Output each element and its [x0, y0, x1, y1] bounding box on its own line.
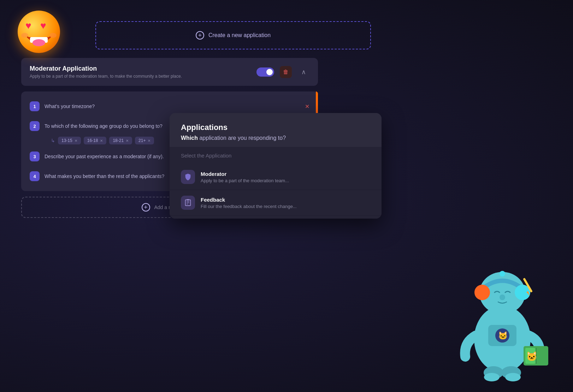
- feedback-option-content: Feedback Fill our the feedback about the…: [201, 197, 297, 209]
- mod-option-title: Moderator: [201, 171, 289, 177]
- modal-options: Moderator Apply to be a part of the mode…: [170, 164, 382, 219]
- svg-point-19: [500, 295, 505, 300]
- arrow-icon: ↳: [51, 138, 55, 143]
- mod-option-content: Moderator Apply to be a part of the mode…: [201, 171, 289, 183]
- tag-21plus: 21+ ✕: [135, 137, 154, 144]
- shield-icon: [181, 170, 195, 184]
- svg-rect-10: [187, 199, 189, 201]
- clipboard-icon: [181, 196, 195, 210]
- card-controls: 🗑 ∧: [256, 66, 309, 78]
- svg-point-18: [500, 271, 505, 277]
- svg-rect-22: [537, 348, 547, 364]
- modal-subtitle: Which application are you responding to?: [181, 135, 370, 141]
- svg-text:🐱: 🐱: [526, 351, 538, 362]
- mod-option-desc: Apply to be a part of the moderation tea…: [201, 178, 289, 183]
- toggle-switch[interactable]: [256, 67, 274, 77]
- q-number-4: 4: [30, 171, 40, 181]
- feedback-option-title: Feedback: [201, 197, 297, 203]
- q-close-1[interactable]: ✕: [305, 103, 309, 110]
- applications-modal: Applications Which application are you r…: [170, 113, 382, 219]
- modal-option-feedback[interactable]: Feedback Fill our the feedback about the…: [170, 190, 382, 216]
- mod-app-desc: Apply to be a part of the moderation tea…: [30, 74, 182, 79]
- moderator-app-card: Moderator Application Apply to be a part…: [21, 58, 318, 86]
- tag-close-13-15[interactable]: ✕: [75, 139, 77, 143]
- robot-mascot: 🐱 🐱: [442, 208, 562, 385]
- modal-header: Applications Which application are you r…: [170, 113, 382, 147]
- add-plus-icon: +: [142, 203, 150, 212]
- svg-point-5: [49, 33, 57, 38]
- svg-point-16: [474, 285, 490, 300]
- tag-13-15: 13-15 ✕: [58, 137, 81, 144]
- tag-16-18: 16-18 ✕: [84, 137, 107, 144]
- svg-point-4: [21, 33, 28, 38]
- emoji-mascot: ♥ ♥: [18, 11, 64, 57]
- svg-text:♥: ♥: [40, 20, 46, 31]
- delete-button[interactable]: 🗑: [280, 66, 292, 78]
- modal-select-label: Select the Application: [170, 147, 382, 164]
- svg-text:♥: ♥: [25, 20, 31, 31]
- tag-close-18-21[interactable]: ✕: [126, 139, 129, 143]
- svg-point-27: [484, 373, 500, 381]
- create-app-label: Create a new application: [208, 32, 271, 38]
- q-number-2: 2: [30, 121, 40, 131]
- q-number-3: 3: [30, 152, 40, 161]
- tag-close-16-18[interactable]: ✕: [100, 139, 103, 143]
- tag-close-21plus[interactable]: ✕: [148, 139, 150, 143]
- modal-subtitle-bold: Which: [181, 135, 198, 141]
- modal-title: Applications: [181, 123, 370, 132]
- svg-text:🐱: 🐱: [498, 331, 508, 340]
- q-text-1: What's your timezone?: [45, 103, 300, 109]
- create-app-button[interactable]: + Create a new application: [95, 21, 371, 49]
- mod-app-info: Moderator Application Apply to be a part…: [30, 65, 182, 79]
- svg-point-3: [33, 39, 45, 46]
- feedback-option-desc: Fill our the feedback about the recent c…: [201, 204, 297, 209]
- modal-subtitle-rest: application are you responding to?: [198, 135, 286, 141]
- svg-point-28: [505, 373, 521, 381]
- modal-option-moderator[interactable]: Moderator Apply to be a part of the mode…: [170, 164, 382, 190]
- q-number-1: 1: [30, 101, 40, 111]
- expand-button[interactable]: ∧: [297, 66, 309, 78]
- mod-app-title: Moderator Application: [30, 65, 182, 72]
- tag-18-21: 18-21 ✕: [109, 137, 132, 144]
- plus-icon: +: [196, 31, 204, 40]
